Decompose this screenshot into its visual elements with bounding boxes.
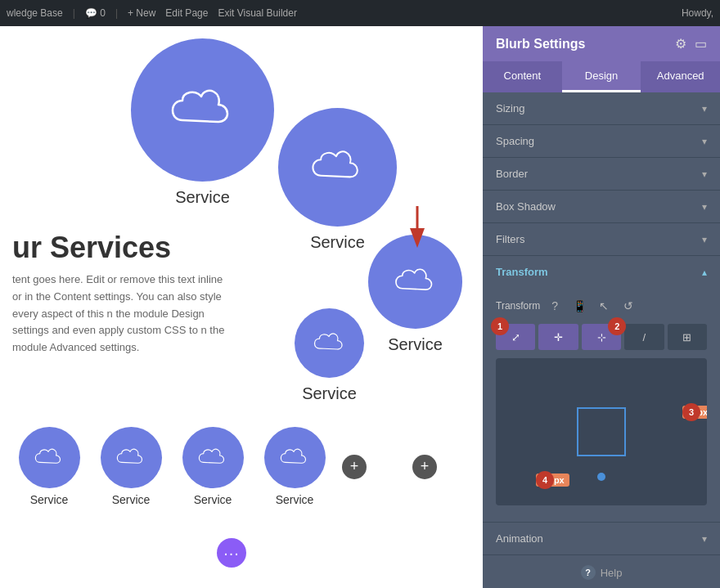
cloud-icon-1 [170,86,236,135]
three-dots-button[interactable]: ··· [217,538,246,568]
bottom-cloud-4 [280,447,309,469]
main-layout: Service Service [0,26,720,588]
section-spacing[interactable]: Spacing ▾ [483,125,720,158]
new-button[interactable]: + New [128,7,155,19]
panel-title: Blurb Settings [496,37,585,52]
bottom-circle-3 [182,427,244,488]
spacing-label: Spacing [496,135,534,147]
services-body: tent goes here. Edit or remove this text… [12,272,225,357]
transform-question-icon[interactable]: ? [545,296,565,316]
sizing-label: Sizing [496,102,524,114]
filters-arrow: ▾ [702,234,707,245]
help-icon: ? [581,565,596,580]
bottom-label-3: Service [194,493,232,506]
panel-header-icons: ⚙ ▭ [675,36,707,52]
circle-item-1[interactable]: Service [131,38,274,207]
circle-3 [368,235,462,329]
services-text-block: ur Services tent goes here. Edit or remo… [0,222,237,365]
cloud-icon-3 [394,266,437,298]
tool-btn-cross[interactable]: ✛ [538,324,578,350]
bottom-service-1[interactable]: Service [8,427,90,506]
section-box-shadow[interactable]: Box Shadow ▾ [483,191,720,223]
transform-pointer-icon[interactable]: ↖ [594,296,614,316]
badge-2: 2 [608,317,626,335]
bottom-services-row: Service Service Se [0,427,452,506]
edit-page-link[interactable]: Edit Page [165,7,208,19]
transform-visual[interactable]: 3 33px 4 -13px [496,358,707,505]
cloud-icon-2 [311,147,364,188]
transform-label: Transform [496,266,548,278]
services-heading: ur Services [12,231,225,265]
transform-text-label: Transform [496,300,540,312]
tool-btn-grid[interactable]: ⊞ [668,324,707,350]
bottom-circle-2 [101,427,162,488]
transform-mobile-icon[interactable]: 📱 [569,296,589,316]
bottom-cloud-2 [116,447,146,469]
circle-item-3[interactable]: Service [368,235,462,354]
circle-item-4[interactable]: Service [295,308,364,403]
badge-4: 4 [536,471,554,489]
animation-label: Animation [496,532,543,545]
tab-design[interactable]: Design [562,61,641,92]
bottom-label-2: Service [112,493,151,506]
bottom-label-4: Service [276,493,314,506]
border-label: Border [496,168,528,180]
box-shadow-label: Box Shadow [496,200,556,213]
transform-header[interactable]: Transform ▴ [483,256,720,288]
transform-controls-row: Transform ? 📱 ↖ ↺ [496,296,707,316]
bottom-service-3[interactable]: Service [172,427,254,506]
canvas-area: Service Service [0,26,483,588]
badge-1: 1 [491,317,509,335]
box-shadow-arrow: ▾ [702,201,707,213]
panel-tabs: Content Design Advanced [483,61,720,92]
panel-collapse-icon[interactable]: ▭ [695,36,707,52]
panel-header: Blurb Settings ⚙ ▭ [483,26,720,61]
section-filters[interactable]: Filters ▾ [483,223,720,256]
section-border[interactable]: Border ▾ [483,158,720,191]
circle-4 [295,308,364,378]
spacing-arrow: ▾ [702,136,707,147]
bottom-cloud-3 [198,447,227,469]
bottom-circle-4 [264,427,326,488]
sidebar-panel: Blurb Settings ⚙ ▭ Content Design Advanc… [483,26,720,588]
admin-bar: wledge Base | 💬 0 | + New Edit Page Exit… [0,0,720,26]
transform-section: Transform ▴ Transform ? 📱 ↖ ↺ ⤢ [483,256,720,523]
circle-label-2: Service [310,233,365,252]
canvas-content: Service Service [0,26,483,588]
bottom-label-1: Service [30,493,69,506]
comment-icon[interactable]: 💬 0 [85,7,106,19]
circle-label-3: Service [388,335,443,354]
section-animation[interactable]: Animation ▾ [483,523,720,555]
border-arrow: ▾ [702,168,707,180]
cloud-icon-4 [313,331,346,356]
transform-dot [597,473,605,481]
tab-content[interactable]: Content [483,61,562,92]
help-row[interactable]: ? Help [483,555,720,588]
bottom-service-2[interactable]: Service [90,427,172,506]
transform-toggle-arrow: ▴ [702,267,707,278]
tool-buttons-row: ⤢ 1 ✛ ⊹ 2 / ⊞ [496,324,707,350]
filters-label: Filters [496,233,524,245]
circle-label-1: Service [175,188,230,207]
bottom-service-4[interactable]: Service [254,427,335,506]
section-sizing[interactable]: Sizing ▾ [483,92,720,125]
add-button-2[interactable]: + [412,455,437,479]
exit-builder-link[interactable]: Exit Visual Builder [218,7,297,19]
tool-btn-skew[interactable]: / [624,324,664,350]
howdy-text: Howdy, [682,7,713,19]
tab-advanced[interactable]: Advanced [641,61,720,92]
sizing-arrow: ▾ [702,103,707,114]
circle-item-2[interactable]: Service [278,108,397,252]
bottom-cloud-1 [34,447,64,469]
transform-body: Transform ? 📱 ↖ ↺ ⤢ 1 ✛ [483,288,720,522]
bottom-circle-1 [19,427,80,488]
help-label: Help [601,567,623,579]
circle-1 [131,38,274,182]
circle-2 [278,108,397,227]
panel-settings-icon[interactable]: ⚙ [675,36,686,52]
add-button-1[interactable]: + [342,455,367,479]
circle-label-4: Service [302,384,357,403]
transform-rect [577,407,626,456]
site-name[interactable]: wledge Base [7,7,63,19]
transform-reset-icon[interactable]: ↺ [619,296,638,316]
